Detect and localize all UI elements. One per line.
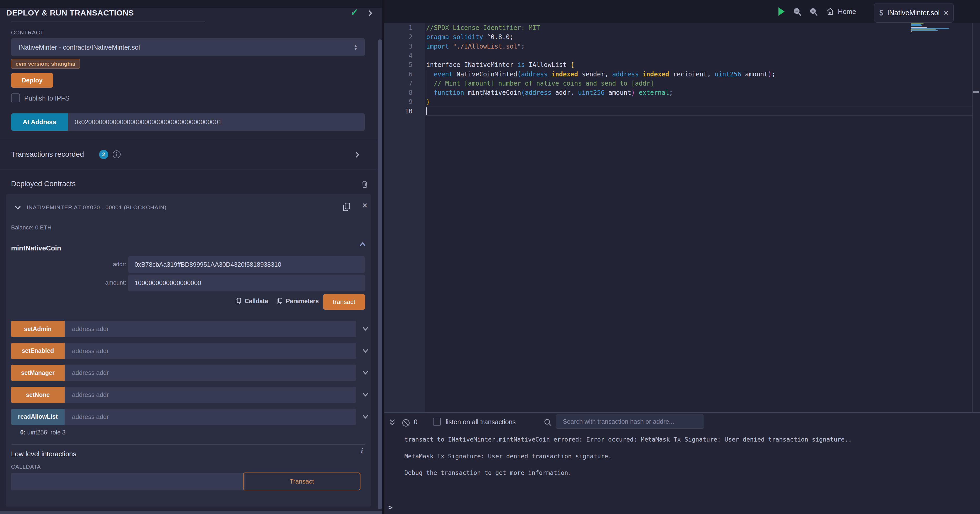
param-row: addr:0xB78cbAa319ffBD899951AA30D4320f581… <box>6 256 371 273</box>
info-icon[interactable] <box>112 150 121 159</box>
info-icon[interactable]: i <box>361 447 363 455</box>
setNone-button[interactable]: setNone <box>11 387 65 403</box>
readAllowList-input[interactable]: address addr <box>65 409 356 425</box>
code-line-4: 4 <box>384 51 972 60</box>
panel-bottom-scrollbar[interactable] <box>0 511 383 514</box>
contract-balance: Balance: 0 ETH <box>11 224 51 231</box>
code-line-7: 7 // Mint [amount] number of native coin… <box>384 79 972 88</box>
contract-collapse-chevron-icon[interactable] <box>13 204 22 211</box>
remove-contract-icon[interactable]: ✕ <box>362 201 368 210</box>
transactions-expand-chevron-icon[interactable] <box>354 151 361 159</box>
param-value: 0xB78cbAa319ffBD899951AA30D4320f58189383… <box>135 261 282 268</box>
publish-ipfs-label: Publish to IPFS <box>24 95 69 102</box>
overview-ruler-border <box>972 23 973 412</box>
panel-expand-chevron-icon[interactable] <box>366 8 374 18</box>
zoom-out-icon[interactable] <box>792 7 803 17</box>
calldata-copy-button[interactable]: Calldata <box>235 297 268 305</box>
expand-function-chevron-icon[interactable] <box>361 347 370 355</box>
minimap-line <box>911 29 935 30</box>
trash-icon[interactable] <box>361 179 369 189</box>
param-input-amount[interactable]: 1000000000000000000 <box>128 274 365 291</box>
publish-ipfs-checkbox[interactable] <box>11 94 20 102</box>
listen-transactions-checkbox[interactable] <box>433 418 441 425</box>
copy-address-icon[interactable] <box>342 201 352 212</box>
code-line-8: 8 function mintNativeCoin(address addr, … <box>384 88 972 97</box>
zoom-in-icon[interactable] <box>808 7 819 17</box>
separator <box>0 170 383 170</box>
clear-console-icon[interactable] <box>402 419 410 427</box>
separator <box>11 444 365 445</box>
run-script-play-icon[interactable] <box>776 6 786 17</box>
expand-function-chevron-icon[interactable] <box>361 325 370 333</box>
contract-select[interactable]: INativeMinter - contracts/INativeMinter.… <box>11 38 365 56</box>
low-level-interactions-title: Low level interactions <box>11 450 76 458</box>
line-number: 1 <box>384 23 412 33</box>
line-number: 9 <box>384 97 412 106</box>
calldata-input[interactable] <box>11 473 245 490</box>
separator <box>0 139 383 139</box>
line-number: 8 <box>384 88 412 97</box>
line-content: } <box>426 97 430 106</box>
setEnabled-input[interactable]: address addr <box>65 343 356 359</box>
code-line-3: 3import "./IAllowList.sol"; <box>384 42 972 51</box>
title-underline <box>11 22 205 22</box>
tab-inativeminter-sol[interactable]: S INativeMinter.sol ✕ <box>874 3 954 22</box>
solidity-file-icon: S <box>879 9 884 17</box>
call-result-value: uint256: role 3 <box>25 429 65 436</box>
tab-home[interactable]: Home <box>826 5 856 18</box>
panel-top-strip <box>0 0 383 8</box>
tab-file-label: INativeMinter.sol <box>887 9 940 17</box>
remix-ide-window: DEPLOY & RUN TRANSACTIONS ✓ CONTRACT INa… <box>0 0 980 514</box>
input-placeholder: address addr <box>72 347 109 355</box>
code-line-2: 2pragma solidity ^0.8.0; <box>384 32 972 42</box>
parameters-copy-button[interactable]: Parameters <box>277 297 319 305</box>
tab-home-label: Home <box>838 8 856 16</box>
input-placeholder: address addr <box>72 413 109 420</box>
line-number: 6 <box>384 70 412 79</box>
tab-close-icon[interactable]: ✕ <box>943 9 949 17</box>
pending-tx-count: 0 <box>414 418 417 426</box>
terminal-prompt[interactable]: > <box>388 503 393 511</box>
function-row-setNone: setNoneaddress addr <box>11 387 366 403</box>
setManager-input[interactable]: address addr <box>65 365 356 381</box>
code-line-10: 10 <box>384 106 972 116</box>
deployed-contract-title[interactable]: INATIVEMINTER AT 0X020...00001 (BLOCKCHA… <box>27 204 167 211</box>
param-row: amount:1000000000000000000 <box>6 274 371 291</box>
setAdmin-input[interactable]: address addr <box>65 321 356 337</box>
terminal-search-input[interactable] <box>556 414 704 429</box>
terminal-collapse-icon[interactable] <box>388 419 397 427</box>
setNone-input[interactable]: address addr <box>65 387 356 403</box>
parameters-copy-label: Parameters <box>286 298 319 305</box>
function-collapse-chevron-icon[interactable] <box>358 240 367 248</box>
panel-divider[interactable] <box>382 0 384 514</box>
line-content: event NativeCoinMinted(address indexed s… <box>426 70 775 79</box>
code-editor[interactable]: 1//SPDX-License-Identifier: MIT2pragma s… <box>384 23 980 412</box>
setManager-button[interactable]: setManager <box>11 365 65 381</box>
line-number: 10 <box>384 106 412 116</box>
param-input-addr[interactable]: 0xB78cbAa319ffBD899951AA30D4320f58189383… <box>128 256 365 273</box>
deployed-contracts-header: Deployed Contracts <box>11 179 76 188</box>
line-number: 4 <box>384 51 412 60</box>
function-name: mintNativeCoin <box>11 244 61 252</box>
setAdmin-button[interactable]: setAdmin <box>11 321 65 337</box>
panel-scrollbar[interactable] <box>378 40 382 509</box>
listen-transactions-label: listen on all transactions <box>445 418 516 426</box>
code-line-1: 1//SPDX-License-Identifier: MIT <box>384 23 972 33</box>
at-address-button[interactable]: At Address <box>11 113 68 131</box>
deploy-button[interactable]: Deploy <box>11 73 53 88</box>
terminal-message: MetaMask Tx Signature: User denied trans… <box>404 453 612 460</box>
transact-button[interactable]: transact <box>323 294 365 310</box>
call-result-index: 0: <box>20 429 25 436</box>
expand-function-chevron-icon[interactable] <box>361 369 370 377</box>
contract-select-value: INativeMinter - contracts/INativeMinter.… <box>18 44 140 51</box>
readAllowList-button[interactable]: readAllowList <box>11 409 65 425</box>
line-number: 7 <box>384 79 412 88</box>
transactions-count-badge: 2 <box>99 150 108 159</box>
low-level-transact-button[interactable]: Transact <box>243 473 361 490</box>
setEnabled-button[interactable]: setEnabled <box>11 343 65 359</box>
at-address-input[interactable]: 0x02000000000000000000000000000000000000… <box>68 113 365 131</box>
expand-function-chevron-icon[interactable] <box>361 391 370 399</box>
expand-function-chevron-icon[interactable] <box>361 413 370 421</box>
calldata-copy-label: Calldata <box>245 298 268 305</box>
editor-minimap[interactable] <box>911 23 972 412</box>
